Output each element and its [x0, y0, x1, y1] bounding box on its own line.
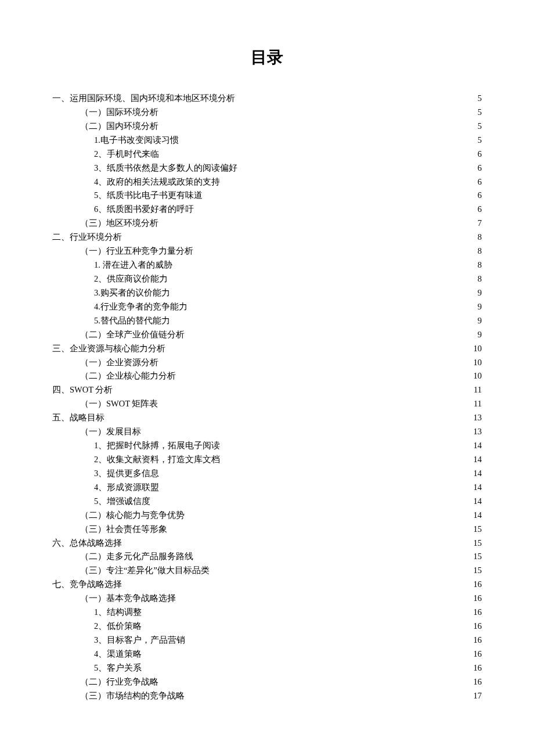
toc-entry-label: （三）市场结构的竞争战略 — [80, 689, 185, 703]
toc-entry-label: 二、行业环境分析 — [52, 231, 122, 244]
toc-entry[interactable]: 4.行业竞争者的竞争能力9 — [52, 300, 482, 314]
toc-entry[interactable]: 5.替代品的替代能力9 — [52, 314, 482, 328]
toc-entry-label: 4、形成资源联盟 — [94, 481, 159, 495]
toc-entry[interactable]: （三）市场结构的竞争战略17 — [52, 689, 482, 703]
toc-entry[interactable]: 4、形成资源联盟14 — [52, 481, 482, 495]
toc-entry-label: 2、供应商议价能力 — [94, 272, 168, 286]
toc-entry[interactable]: 3、目标客户，产品营销16 — [52, 633, 482, 647]
toc-entry[interactable]: 4、渠道策略16 — [52, 647, 482, 661]
toc-entry-page: 11 — [474, 397, 482, 411]
toc-entry-page: 13 — [474, 425, 482, 439]
toc-entry[interactable]: （一）行业五种竞争力量分析8 — [52, 244, 482, 258]
toc-entry-page: 15 — [474, 523, 482, 537]
toc-entry-page: 5 — [478, 134, 482, 147]
toc-entry[interactable]: 六、总体战略选择15 — [52, 537, 482, 550]
toc-entry[interactable]: （三）地区环境分析7 — [52, 217, 482, 231]
toc-entry[interactable]: 2、手机时代来临6 — [52, 147, 482, 161]
toc-entry-page: 6 — [478, 203, 482, 217]
toc-entry[interactable]: 6、纸质图书爱好者的呼吁6 — [52, 203, 482, 217]
toc-entry-page: 9 — [478, 300, 482, 314]
toc-entry[interactable]: （一）SWOT 矩阵表11 — [52, 397, 482, 411]
toc-entry-label: 3、纸质书依然是大多数人的阅读偏好 — [94, 161, 237, 175]
toc-entry[interactable]: 3.购买者的议价能力9 — [52, 286, 482, 300]
toc-entry[interactable]: 四、SWOT 分析11 — [52, 383, 482, 397]
toc-entry-label: 2、低价策略 — [94, 620, 142, 633]
toc-entry-label: （二）核心能力与竞争优势 — [80, 509, 185, 523]
toc-entry-label: （一）国际环境分析 — [80, 106, 158, 120]
toc-entry-label: 5、增强诚信度 — [94, 495, 150, 509]
toc-entry-label: 1、结构调整 — [94, 606, 142, 620]
toc-entry[interactable]: （一）基本竞争战略选择16 — [52, 592, 482, 606]
toc-entry-label: （二）走多元化产品服务路线 — [80, 550, 193, 564]
toc-entry-page: 7 — [478, 217, 482, 231]
toc-entry[interactable]: （一）企业资源分析10 — [52, 356, 482, 370]
toc-entry-label: （二）全球产业价值链分析 — [80, 328, 185, 342]
toc-entry-page: 15 — [474, 550, 482, 564]
toc-entry[interactable]: （二）国内环境分析5 — [52, 120, 482, 134]
toc-entry[interactable]: 1. 潜在进入者的威胁8 — [52, 258, 482, 272]
toc-entry[interactable]: 2、供应商议价能力8 — [52, 272, 482, 286]
toc-entry[interactable]: （一）国际环境分析5 — [52, 106, 482, 120]
toc-entry-page: 14 — [474, 453, 482, 467]
toc-entry-page: 14 — [474, 509, 482, 523]
toc-entry-page: 16 — [474, 578, 482, 592]
toc-entry-page: 16 — [474, 606, 482, 620]
toc-entry[interactable]: 1、结构调整16 — [52, 606, 482, 620]
toc-entry-label: 2、收集文献资料，打造文库文档 — [94, 453, 220, 467]
toc-entry[interactable]: （二）企业核心能力分析10 — [52, 369, 482, 383]
toc-entry-label: 1.电子书改变阅读习惯 — [94, 134, 179, 147]
toc-entry-label: （一）企业资源分析 — [80, 356, 158, 370]
page-title: 目录 — [52, 46, 482, 69]
toc-entry-label: （三）地区环境分析 — [80, 217, 158, 231]
toc-entry[interactable]: 3、纸质书依然是大多数人的阅读偏好6 — [52, 161, 482, 175]
toc-entry[interactable]: 1、把握时代脉搏，拓展电子阅读14 — [52, 439, 482, 453]
toc-entry-page: 5 — [478, 92, 482, 106]
toc-entry[interactable]: （一）发展目标13 — [52, 425, 482, 439]
toc-entry-label: 3.购买者的议价能力 — [94, 286, 170, 300]
toc-entry[interactable]: 一、运用国际环境、国内环境和本地区环境分析5 — [52, 92, 482, 106]
toc-entry-label: 一、运用国际环境、国内环境和本地区环境分析 — [52, 92, 235, 106]
toc-entry-label: （二）企业核心能力分析 — [80, 369, 176, 383]
toc-entry[interactable]: （二）核心能力与竞争优势14 — [52, 509, 482, 523]
toc-entry-page: 16 — [474, 647, 482, 661]
toc-entry-page: 11 — [474, 383, 482, 397]
toc-entry[interactable]: （三）专注“差异化”做大目标品类15 — [52, 564, 482, 578]
toc-entry-page: 6 — [478, 175, 482, 189]
toc-entry-page: 6 — [478, 161, 482, 175]
toc-entry-label: （三）专注“差异化”做大目标品类 — [80, 564, 210, 578]
toc-entry-label: 4、渠道策略 — [94, 647, 142, 661]
toc-entry[interactable]: 五、战略目标13 — [52, 411, 482, 425]
toc-entry-label: （三）社会责任等形象 — [80, 523, 167, 537]
toc-entry-page: 8 — [478, 244, 482, 258]
toc-entry-label: 3、目标客户，产品营销 — [94, 633, 185, 647]
toc-entry-label: 2、手机时代来临 — [94, 147, 159, 161]
toc-entry[interactable]: 4、政府的相关法规或政策的支持6 — [52, 175, 482, 189]
toc-entry-page: 16 — [474, 661, 482, 675]
toc-entry[interactable]: 5、增强诚信度14 — [52, 495, 482, 509]
toc-entry-page: 16 — [474, 592, 482, 606]
toc-entry-label: （一）发展目标 — [80, 425, 141, 439]
toc-entry[interactable]: 二、行业环境分析8 — [52, 231, 482, 244]
toc-entry[interactable]: （二）行业竞争战略16 — [52, 675, 482, 689]
toc-entry-label: 5、客户关系 — [94, 661, 142, 675]
toc-entry[interactable]: 3、提供更多信息14 — [52, 467, 482, 481]
toc-entry[interactable]: 七、竞争战略选择16 — [52, 578, 482, 592]
toc-entry[interactable]: 5、纸质书比电子书更有味道6 — [52, 189, 482, 203]
toc-entry[interactable]: （二）走多元化产品服务路线15 — [52, 550, 482, 564]
toc-entry-page: 13 — [474, 411, 482, 425]
toc-entry[interactable]: 5、客户关系16 — [52, 661, 482, 675]
toc-entry-label: 1. 潜在进入者的威胁 — [94, 258, 172, 272]
table-of-contents: 一、运用国际环境、国内环境和本地区环境分析5（一）国际环境分析5（二）国内环境分… — [52, 92, 482, 703]
toc-entry-page: 9 — [478, 328, 482, 342]
toc-entry-page: 9 — [478, 314, 482, 328]
toc-entry-page: 15 — [474, 564, 482, 578]
toc-entry[interactable]: 2、收集文献资料，打造文库文档14 — [52, 453, 482, 467]
toc-entry[interactable]: （二）全球产业价值链分析9 — [52, 328, 482, 342]
toc-entry-label: （二）行业竞争战略 — [80, 675, 158, 689]
toc-entry-label: 四、SWOT 分析 — [52, 383, 113, 397]
toc-entry[interactable]: 1.电子书改变阅读习惯5 — [52, 134, 482, 147]
toc-entry[interactable]: （三）社会责任等形象15 — [52, 523, 482, 537]
toc-entry[interactable]: 三、企业资源与核心能力分析10 — [52, 342, 482, 356]
toc-entry[interactable]: 2、低价策略16 — [52, 620, 482, 633]
toc-entry-page: 5 — [478, 106, 482, 120]
